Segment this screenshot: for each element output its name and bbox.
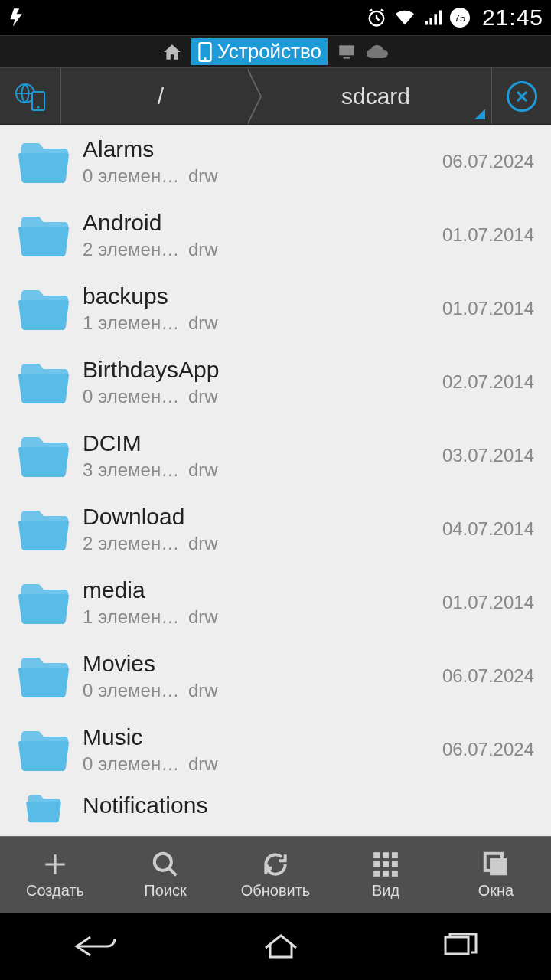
- file-name: Download: [83, 504, 433, 530]
- computer-icon[interactable]: [337, 42, 357, 62]
- refresh-label: Обновить: [241, 882, 311, 900]
- status-bar: 75 21:45: [0, 0, 551, 35]
- file-permissions: drw: [182, 459, 433, 481]
- file-date: 06.07.2024: [442, 151, 534, 172]
- file-date: 06.07.2024: [442, 739, 534, 760]
- network-devices-button[interactable]: [0, 68, 61, 124]
- breadcrumb-current[interactable]: sdcard: [260, 68, 491, 124]
- view-button[interactable]: Вид: [331, 837, 441, 913]
- folder-item[interactable]: Notifications: [0, 786, 551, 836]
- file-count: 2 элемент(-…: [83, 533, 182, 554]
- close-button[interactable]: [491, 68, 551, 124]
- windows-button[interactable]: Окна: [441, 837, 551, 913]
- breadcrumb-root[interactable]: /: [61, 68, 260, 124]
- svg-rect-21: [445, 937, 468, 954]
- folder-item[interactable]: Movies 0 элемент(-… drw 06.07.2024: [0, 639, 551, 713]
- close-icon: [507, 81, 537, 112]
- file-name: Movies: [83, 651, 433, 677]
- file-list[interactable]: Alarms 0 элемент(-… drw 06.07.2024 Andro…: [0, 125, 551, 836]
- file-name: media: [83, 577, 433, 603]
- alarm-icon: [366, 7, 387, 28]
- file-info: Download 2 элемент(-… drw: [83, 504, 433, 554]
- folder-item[interactable]: media 1 элемент(-… drw 01.07.2014: [0, 566, 551, 639]
- file-permissions: drw: [182, 606, 433, 628]
- folder-item[interactable]: backups 1 элемент(-… drw 01.07.2014: [0, 272, 551, 345]
- status-right: 75 21:45: [366, 5, 543, 31]
- file-info: DCIM 3 элемент(-… drw: [83, 430, 433, 481]
- plus-icon: [41, 850, 70, 879]
- search-icon: [151, 850, 180, 879]
- file-sub: 0 элемент(-… drw: [83, 165, 433, 187]
- svg-point-8: [37, 106, 39, 108]
- folder-item[interactable]: Download 2 элемент(-… drw 04.07.2014: [0, 492, 551, 566]
- svg-point-3: [204, 57, 206, 60]
- file-sub: 1 элемент(-… drw: [83, 312, 433, 334]
- breadcrumb-current-label: sdcard: [341, 83, 410, 109]
- file-count: 0 элемент(-…: [83, 386, 182, 407]
- svg-rect-18: [392, 871, 398, 877]
- file-name: Music: [83, 724, 433, 750]
- svg-rect-12: [392, 852, 398, 858]
- dropdown-triangle-icon: [474, 109, 485, 119]
- file-sub: 1 элемент(-… drw: [83, 606, 433, 628]
- create-button[interactable]: Создать: [0, 837, 110, 913]
- file-sub: 3 элемент(-… drw: [83, 459, 433, 481]
- folder-icon: [18, 286, 69, 331]
- path-bar: / sdcard: [0, 67, 551, 125]
- tab-device[interactable]: Устройство: [191, 38, 328, 65]
- folder-icon: [18, 654, 69, 698]
- svg-rect-10: [373, 852, 380, 858]
- file-sub: 0 элемент(-… drw: [83, 753, 433, 775]
- cloud-icon[interactable]: [366, 44, 389, 60]
- recent-button[interactable]: [439, 931, 482, 962]
- file-date: 02.07.2014: [442, 371, 534, 393]
- phone-icon: [197, 42, 213, 62]
- file-sub: 0 элемент(-… drw: [83, 680, 433, 701]
- folder-icon: [18, 792, 69, 823]
- folder-item[interactable]: Android 2 элемент(-… drw 01.07.2014: [0, 198, 551, 272]
- file-permissions: drw: [182, 680, 433, 701]
- create-label: Создать: [26, 882, 84, 900]
- file-info: Movies 0 элемент(-… drw: [83, 651, 433, 701]
- wifi-icon: [393, 8, 416, 27]
- folder-item[interactable]: BirthdaysApp 0 элемент(-… drw 02.07.2014: [0, 345, 551, 419]
- file-info: Alarms 0 элемент(-… drw: [83, 136, 433, 187]
- file-permissions: drw: [182, 753, 433, 775]
- file-info: BirthdaysApp 0 элемент(-… drw: [83, 357, 433, 407]
- file-sub: 2 элемент(-… drw: [83, 533, 433, 554]
- home-button[interactable]: [259, 931, 302, 962]
- file-permissions: drw: [182, 386, 433, 407]
- file-count: 0 элемент(-…: [83, 753, 182, 775]
- folder-icon: [18, 507, 69, 551]
- refresh-button[interactable]: Обновить: [220, 837, 331, 913]
- tab-device-label: Устройство: [217, 40, 321, 64]
- file-date: 01.07.2014: [442, 592, 534, 613]
- file-date: 01.07.2014: [442, 224, 534, 246]
- back-button[interactable]: [69, 931, 122, 962]
- folder-icon: [18, 580, 69, 625]
- status-left: [8, 7, 29, 28]
- folder-item[interactable]: Music 0 элемент(-… drw 06.07.2024: [0, 713, 551, 786]
- folder-icon: [18, 433, 69, 478]
- file-sub: 0 элемент(-… drw: [83, 386, 433, 407]
- file-count: 1 элемент(-…: [83, 312, 182, 334]
- svg-rect-4: [339, 45, 354, 55]
- folder-icon: [18, 360, 69, 404]
- svg-rect-17: [383, 871, 389, 877]
- folder-item[interactable]: Alarms 0 элемент(-… drw 06.07.2024: [0, 125, 551, 198]
- view-label: Вид: [372, 882, 399, 900]
- signal-icon: [422, 8, 442, 27]
- toolbar: Создать Поиск Обновить Вид Окна: [0, 836, 551, 913]
- file-permissions: drw: [182, 165, 433, 187]
- folder-item[interactable]: DCIM 3 элемент(-… drw 03.07.2014: [0, 419, 551, 492]
- file-name: DCIM: [83, 430, 433, 456]
- file-count: 0 элемент(-…: [83, 680, 182, 701]
- grid-icon: [371, 850, 400, 879]
- file-permissions: drw: [182, 239, 433, 260]
- file-count: 3 элемент(-…: [83, 459, 182, 481]
- refresh-icon: [261, 850, 290, 879]
- search-button[interactable]: Поиск: [110, 837, 220, 913]
- file-date: 06.07.2024: [442, 665, 534, 687]
- battery-percent: 75: [455, 12, 465, 24]
- home-icon[interactable]: [162, 42, 182, 62]
